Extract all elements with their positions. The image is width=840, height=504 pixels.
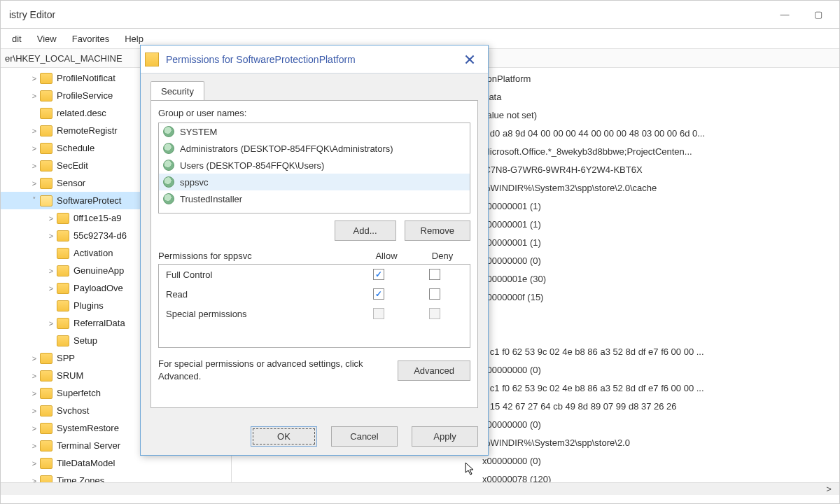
- tree-label: Activation: [74, 248, 113, 258]
- tree-label: Sensor: [57, 178, 85, 188]
- user-name: TrustedInstaller: [180, 194, 242, 204]
- tree-label: ReferralData: [74, 318, 125, 328]
- allow-header: Allow: [358, 251, 414, 261]
- advanced-button[interactable]: Advanced: [398, 360, 470, 381]
- chevron-right-icon[interactable]: >: [29, 477, 40, 483]
- remove-button[interactable]: Remove: [405, 220, 470, 241]
- chevron-right-icon[interactable]: >: [29, 179, 40, 188]
- perm-label: Permissions for sppsvc: [158, 251, 358, 261]
- permission-name: Full Control: [166, 270, 351, 280]
- value-data: x00000000 (0): [482, 419, 541, 430]
- deny-header: Deny: [414, 251, 470, 261]
- tree-item[interactable]: >TileDataModel: [1, 454, 231, 472]
- value-data: x00000078 (120): [482, 474, 551, 483]
- tree-item[interactable]: >Time Zones: [1, 472, 231, 482]
- minimize-button[interactable]: —: [776, 6, 793, 23]
- chevron-right-icon[interactable]: >: [46, 232, 57, 240]
- tree-label: SoftwareProtect: [57, 195, 122, 206]
- value-data-row[interactable]: x00000078 (120): [232, 470, 839, 482]
- chevron-right-icon[interactable]: >: [46, 319, 57, 328]
- value-data: %WINDIR%\System32\spp\store\2.0: [482, 438, 630, 448]
- value-data: Microsoft.Office.*_8wekyb3d8bbwe;Project…: [482, 146, 692, 157]
- permission-row: Special permissions: [159, 304, 470, 323]
- value-data: x00000001 (1): [482, 237, 541, 248]
- user-list-item[interactable]: sppsvc: [159, 174, 470, 190]
- user-icon: [163, 143, 174, 154]
- chevron-right-icon[interactable]: >: [29, 372, 40, 380]
- address-text: er\HKEY_LOCAL_MACHINE: [5, 53, 122, 64]
- menu-view[interactable]: View: [30, 31, 64, 47]
- chevron-right-icon[interactable]: >: [46, 267, 57, 275]
- chevron-right-icon[interactable]: >: [29, 162, 40, 170]
- cancel-button[interactable]: Cancel: [331, 426, 398, 447]
- value-data: 2 15 42 67 27 64 cb 49 8d 89 07 99 d8 37…: [482, 401, 677, 412]
- tree-label: TileDataModel: [57, 458, 115, 468]
- dialog-footer: OK Cancel Apply: [141, 418, 488, 455]
- allow-checkbox[interactable]: [373, 288, 384, 300]
- chevron-right-icon[interactable]: >: [29, 442, 40, 450]
- tree-label: PayloadOve: [74, 283, 123, 293]
- tree-label: SPP: [57, 353, 75, 363]
- user-icon: [163, 193, 174, 204]
- user-listbox[interactable]: SYSTEMAdministrators (DESKTOP-854FFQK\Ad…: [158, 122, 470, 214]
- chevron-right-icon[interactable]: >: [46, 214, 57, 223]
- horizontal-scrollbar[interactable]: >: [1, 482, 839, 495]
- user-name: SYSTEM: [180, 127, 217, 137]
- scroll-right-icon[interactable]: >: [822, 484, 835, 494]
- folder-icon: [57, 265, 69, 276]
- chevron-right-icon[interactable]: >: [29, 354, 40, 363]
- apply-button[interactable]: Apply: [412, 426, 478, 447]
- tab-security[interactable]: Security: [150, 81, 204, 101]
- tree-label: Superfetch: [57, 388, 101, 398]
- folder-icon: [40, 458, 52, 469]
- user-icon: [163, 176, 174, 188]
- chevron-right-icon[interactable]: >: [29, 127, 40, 135]
- folder-icon: [57, 318, 69, 329]
- folder-icon: [40, 440, 52, 451]
- dialog-titlebar[interactable]: Permissions for SoftwareProtectionPlatfo…: [141, 46, 488, 74]
- permission-name: Read: [166, 289, 351, 300]
- deny-checkbox[interactable]: [429, 269, 440, 280]
- folder-icon: [40, 160, 52, 172]
- chevron-right-icon[interactable]: >: [46, 284, 57, 293]
- value-data: x00000000 (0): [482, 456, 541, 466]
- maximize-button[interactable]: ▢: [810, 6, 827, 23]
- user-list-item[interactable]: Administrators (DESKTOP-854FFQK\Administ…: [159, 140, 470, 157]
- folder-icon: [40, 195, 52, 206]
- add-button[interactable]: Add...: [335, 220, 396, 241]
- chevron-right-icon[interactable]: >: [29, 407, 40, 415]
- deny-checkbox[interactable]: [429, 288, 440, 300]
- menu-edit[interactable]: dit: [5, 31, 29, 47]
- user-name: Administrators (DESKTOP-854FFQK\Administ…: [180, 144, 393, 154]
- permission-row: Read: [159, 284, 470, 304]
- value-data: e d0 a8 9d 04 00 00 00 44 00 00 00 48 03…: [482, 128, 705, 139]
- folder-icon: [40, 73, 52, 84]
- permissions-listbox[interactable]: Full ControlReadSpecial permissions: [158, 264, 470, 348]
- menu-favorites[interactable]: Favorites: [65, 31, 116, 47]
- chevron-right-icon[interactable]: >: [29, 424, 40, 433]
- user-list-item[interactable]: Users (DESKTOP-854FFQK\Users): [159, 157, 470, 174]
- window-title: istry Editor: [9, 9, 55, 20]
- value-data: x0000001e (30): [482, 274, 546, 284]
- chevron-right-icon[interactable]: >: [29, 92, 40, 100]
- chevron-right-icon[interactable]: >: [29, 459, 40, 468]
- folder-icon: [40, 90, 52, 102]
- folder-icon: [40, 370, 52, 382]
- tree-label: SecEdit: [57, 160, 88, 171]
- tree-label: ProfileNotificat: [57, 73, 115, 83]
- close-button[interactable]: [456, 50, 484, 69]
- folder-icon: [40, 178, 52, 189]
- chevron-right-icon[interactable]: >: [29, 389, 40, 398]
- chevron-right-icon[interactable]: >: [29, 74, 40, 83]
- allow-checkbox[interactable]: [373, 269, 384, 280]
- ok-button[interactable]: OK: [251, 426, 317, 447]
- tree-label: 0ff1ce15-a9: [74, 213, 121, 223]
- permissions-dialog: Permissions for SoftwareProtectionPlatfo…: [140, 45, 489, 456]
- user-list-item[interactable]: SYSTEM: [159, 123, 470, 140]
- user-icon: [163, 126, 174, 137]
- special-text: For special permissions or advanced sett…: [158, 358, 389, 383]
- chevron-right-icon[interactable]: >: [29, 144, 40, 153]
- folder-icon: [40, 423, 52, 434]
- user-list-item[interactable]: TrustedInstaller: [159, 190, 470, 207]
- chevron-down-icon[interactable]: ˅: [29, 196, 40, 205]
